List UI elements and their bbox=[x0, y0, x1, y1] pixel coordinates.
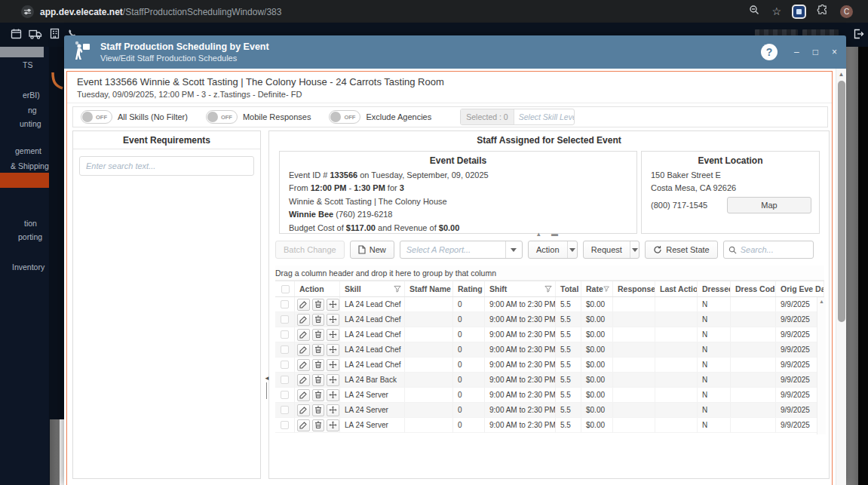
move-button[interactable] bbox=[327, 359, 339, 371]
edit-button[interactable] bbox=[297, 329, 310, 341]
delete-button[interactable] bbox=[312, 329, 325, 341]
move-button[interactable] bbox=[327, 344, 339, 356]
url-chip[interactable]: app.dev.elecate.net/StaffProductionSched… bbox=[21, 5, 281, 18]
modal-titlebar[interactable]: Staff Production Scheduling by Event Vie… bbox=[64, 35, 846, 69]
pinned-extension-icon[interactable] bbox=[793, 6, 805, 17]
sidebar-item-fragment[interactable]: unting bbox=[20, 119, 41, 128]
delete-button[interactable] bbox=[312, 314, 325, 326]
select-all-checkbox[interactable] bbox=[275, 281, 295, 296]
column-header[interactable]: Total bbox=[556, 281, 581, 296]
staff-row[interactable]: LA 24 Server 0 9:00 AM to 2:30 PM 5.5 $0… bbox=[275, 403, 824, 418]
edit-button[interactable] bbox=[297, 299, 310, 311]
reset-state-button[interactable]: Reset State bbox=[645, 241, 717, 259]
edit-button[interactable] bbox=[297, 419, 310, 431]
bookmark-star-icon[interactable]: ☆ bbox=[771, 6, 781, 17]
browser-profile-avatar[interactable]: C bbox=[840, 5, 853, 18]
move-button[interactable] bbox=[327, 374, 339, 386]
edit-button[interactable] bbox=[297, 374, 310, 386]
grid-scrollbar[interactable]: ▲ bbox=[817, 297, 826, 434]
column-header[interactable]: Rating bbox=[453, 281, 485, 296]
action-button[interactable]: Action bbox=[528, 241, 578, 259]
request-dropdown-caret[interactable] bbox=[630, 241, 639, 258]
delete-button[interactable] bbox=[312, 344, 325, 356]
toggle-switch[interactable]: OFF bbox=[206, 110, 238, 124]
action-dropdown-caret[interactable] bbox=[567, 241, 577, 258]
scroll-up-arrow[interactable]: ▲ bbox=[817, 297, 826, 304]
delete-button[interactable] bbox=[312, 359, 325, 371]
staff-row[interactable]: LA 24 Lead Chef 0 9:00 AM to 2:30 PM 5.5… bbox=[275, 297, 824, 312]
column-header[interactable]: Dressed bbox=[698, 281, 731, 296]
background-scrollbar[interactable] bbox=[50, 419, 60, 485]
toggle-switch[interactable]: OFF bbox=[81, 110, 112, 124]
row-checkbox[interactable] bbox=[275, 403, 295, 417]
move-button[interactable] bbox=[327, 419, 339, 431]
building-icon[interactable] bbox=[49, 28, 60, 42]
row-checkbox[interactable] bbox=[275, 418, 295, 432]
panel-collapse-arrow[interactable]: ◄ bbox=[264, 375, 270, 382]
truck-icon[interactable] bbox=[29, 29, 42, 42]
staff-row[interactable]: LA 24 Lead Chef 0 9:00 AM to 2:30 PM 5.5… bbox=[275, 312, 824, 327]
grid-search[interactable] bbox=[723, 241, 814, 259]
map-button[interactable]: Map bbox=[727, 197, 811, 213]
row-checkbox[interactable] bbox=[275, 358, 295, 372]
move-button[interactable] bbox=[327, 299, 339, 311]
sidebar-item-fragment[interactable]: TS bbox=[23, 60, 32, 69]
chevron-down-icon[interactable] bbox=[505, 241, 522, 258]
site-settings-icon[interactable] bbox=[21, 5, 34, 18]
row-checkbox[interactable] bbox=[275, 373, 295, 387]
column-header[interactable]: Skill bbox=[340, 281, 405, 296]
edit-button[interactable] bbox=[297, 404, 310, 416]
move-button[interactable] bbox=[327, 404, 339, 416]
sidebar-item-selected[interactable] bbox=[0, 173, 49, 188]
row-checkbox[interactable] bbox=[275, 297, 295, 312]
new-button[interactable]: New bbox=[350, 241, 394, 259]
sidebar-item-fragment[interactable]: ng bbox=[28, 106, 37, 115]
filter-toggle[interactable]: OFF Mobile Responses bbox=[206, 110, 311, 124]
edit-button[interactable] bbox=[297, 359, 310, 371]
column-header[interactable]: Shift bbox=[485, 281, 556, 296]
delete-button[interactable] bbox=[312, 404, 325, 416]
staff-row[interactable]: LA 24 Lead Chef 0 9:00 AM to 2:30 PM 5.5… bbox=[275, 327, 824, 342]
toggle-switch[interactable]: OFF bbox=[329, 110, 360, 124]
maximize-button[interactable]: □ bbox=[813, 47, 818, 57]
grid-search-input[interactable] bbox=[741, 245, 813, 254]
column-header[interactable]: Dress Code bbox=[731, 281, 776, 296]
scroll-up-arrow[interactable]: ▲ bbox=[836, 69, 846, 78]
staff-row[interactable]: LA 24 Lead Chef 0 9:00 AM to 2:30 PM 5.5… bbox=[275, 358, 824, 373]
request-button[interactable]: Request bbox=[583, 241, 639, 259]
staff-row[interactable]: LA 24 Bar Back 0 9:00 AM to 2:30 PM 5.5 … bbox=[275, 373, 824, 388]
delete-button[interactable] bbox=[312, 299, 325, 311]
filter-funnel-icon[interactable] bbox=[394, 285, 401, 293]
filter-funnel-icon[interactable] bbox=[544, 285, 552, 293]
row-checkbox[interactable] bbox=[275, 312, 295, 327]
column-header[interactable]: Last Action bbox=[655, 281, 698, 296]
group-by-bar[interactable]: Drag a column header and drop it here to… bbox=[275, 266, 824, 281]
minimize-button[interactable]: – bbox=[794, 47, 799, 57]
zoom-icon[interactable] bbox=[749, 5, 759, 18]
row-checkbox[interactable] bbox=[275, 327, 295, 342]
sidebar-item-fragment[interactable]: gement bbox=[15, 146, 41, 155]
modal-scrollbar[interactable]: ▲ bbox=[836, 69, 846, 485]
column-header[interactable]: Orig Eve Date bbox=[776, 281, 824, 296]
collapse-splitter[interactable]: ▴ ▬ bbox=[269, 230, 830, 238]
move-button[interactable] bbox=[327, 329, 339, 341]
help-button[interactable]: ? bbox=[761, 44, 778, 60]
row-checkbox[interactable] bbox=[275, 342, 295, 357]
browser-scrollbar[interactable] bbox=[846, 47, 858, 485]
row-checkbox[interactable] bbox=[275, 388, 295, 402]
column-header[interactable]: Response bbox=[613, 281, 655, 296]
sidebar-item-fragment[interactable]: tion bbox=[24, 219, 37, 228]
delete-button[interactable] bbox=[312, 374, 325, 386]
staff-row[interactable]: LA 24 Server 0 9:00 AM to 2:30 PM 5.5 $0… bbox=[275, 388, 824, 403]
edit-button[interactable] bbox=[297, 344, 310, 356]
logout-icon[interactable] bbox=[853, 29, 864, 42]
batch-change-button[interactable]: Batch Change bbox=[275, 241, 345, 259]
staff-row[interactable]: LA 24 Server 0 9:00 AM to 2:30 PM 5.5 $0… bbox=[275, 418, 824, 433]
filter-funnel-icon[interactable] bbox=[603, 285, 609, 293]
move-button[interactable] bbox=[327, 389, 339, 401]
panel-splitter[interactable] bbox=[266, 382, 267, 399]
scrollbar-thumb[interactable] bbox=[838, 81, 845, 322]
sidebar-item-fragment[interactable]: erBI) bbox=[23, 91, 40, 100]
filter-toggle[interactable]: OFF All Skills (No Filter) bbox=[81, 110, 188, 124]
filter-toggle[interactable]: OFF Exclude Agencies bbox=[329, 110, 431, 124]
